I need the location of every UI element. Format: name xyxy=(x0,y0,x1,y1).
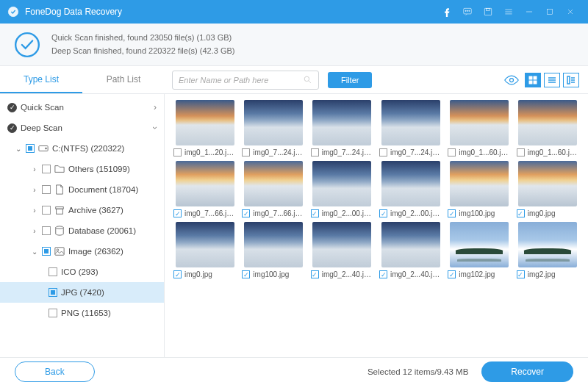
tree-ico[interactable]: ICO (293) xyxy=(0,262,164,282)
back-button[interactable]: Back xyxy=(15,361,95,382)
file-checkbox[interactable] xyxy=(448,270,456,278)
file-card[interactable]: img0.jpg xyxy=(172,222,237,278)
maximize-icon[interactable] xyxy=(539,1,560,22)
file-checkbox[interactable] xyxy=(379,148,387,156)
file-checkbox[interactable] xyxy=(311,270,319,278)
file-thumbnail[interactable] xyxy=(518,161,577,206)
checkbox[interactable] xyxy=(49,267,57,276)
tree-others[interactable]: › Others (151099) xyxy=(0,159,164,179)
file-card[interactable]: img0_1...60.jpg xyxy=(446,100,512,156)
checkbox[interactable] xyxy=(42,165,51,173)
tree-jpg[interactable]: JPG (7420) xyxy=(0,282,164,303)
tree-png[interactable]: PNG (11653) xyxy=(0,303,164,323)
save-icon[interactable] xyxy=(478,1,498,22)
file-thumbnail[interactable] xyxy=(381,161,440,206)
search-box[interactable] xyxy=(172,71,319,90)
search-input[interactable] xyxy=(179,76,303,84)
file-checkbox[interactable] xyxy=(242,148,250,156)
file-thumbnail[interactable] xyxy=(381,222,440,267)
svg-rect-19 xyxy=(534,76,537,79)
file-checkbox[interactable] xyxy=(448,209,456,217)
file-checkbox[interactable] xyxy=(173,270,182,278)
preview-eye-icon[interactable] xyxy=(504,75,519,85)
file-thumbnail[interactable] xyxy=(312,100,371,145)
filter-button[interactable]: Filter xyxy=(328,72,372,88)
file-thumbnail[interactable] xyxy=(381,100,440,145)
file-thumbnail[interactable] xyxy=(312,222,371,267)
status-dot-icon xyxy=(7,103,17,112)
file-checkbox[interactable] xyxy=(379,209,387,217)
file-checkbox[interactable] xyxy=(242,209,250,217)
file-card[interactable]: img102.jpg xyxy=(446,222,512,278)
checkbox[interactable] xyxy=(49,288,57,297)
checkbox[interactable] xyxy=(42,226,51,235)
file-card[interactable]: img0_7...24.jpg xyxy=(378,100,443,156)
menu-icon[interactable] xyxy=(498,1,519,22)
checkbox[interactable] xyxy=(42,247,51,256)
file-checkbox[interactable] xyxy=(173,148,182,156)
file-thumbnail[interactable] xyxy=(244,222,303,267)
file-checkbox[interactable] xyxy=(379,270,387,278)
checkbox[interactable] xyxy=(49,309,57,317)
close-icon[interactable] xyxy=(560,1,581,22)
feedback-icon[interactable] xyxy=(457,1,478,22)
file-thumbnail[interactable] xyxy=(450,100,509,145)
file-card[interactable]: img100.jpg xyxy=(240,222,306,278)
tab-type-list[interactable]: Type List xyxy=(0,67,82,93)
file-thumbnail[interactable] xyxy=(176,161,234,206)
file-checkbox[interactable] xyxy=(173,209,182,217)
file-card[interactable]: img0_2...40.jpg xyxy=(378,222,443,278)
view-list-icon[interactable] xyxy=(544,73,560,87)
toolbar: Type List Path List Filter xyxy=(0,66,588,94)
facebook-icon[interactable] xyxy=(437,1,457,22)
file-card[interactable]: img0_2...00.jpg xyxy=(309,161,375,217)
file-card[interactable]: img0_7...66.jpg xyxy=(172,161,237,217)
file-card[interactable]: img2.jpg xyxy=(515,222,581,278)
file-thumbnail[interactable] xyxy=(312,161,371,206)
tab-path-list[interactable]: Path List xyxy=(82,67,165,93)
file-card[interactable]: img0.jpg xyxy=(515,161,581,217)
tree-document[interactable]: › Document (18704) xyxy=(0,179,164,200)
file-checkbox[interactable] xyxy=(242,270,250,278)
recover-button[interactable]: Recover xyxy=(481,361,573,382)
file-name: img0_1...60.jpg xyxy=(528,148,578,156)
checkbox[interactable] xyxy=(42,185,51,194)
minimize-icon[interactable] xyxy=(519,1,539,22)
tree-deep-scan[interactable]: Deep Scan › xyxy=(0,118,164,138)
file-thumbnail[interactable] xyxy=(176,222,234,267)
file-checkbox[interactable] xyxy=(311,209,319,217)
checkbox[interactable] xyxy=(42,206,51,215)
file-checkbox[interactable] xyxy=(517,270,525,278)
file-checkbox[interactable] xyxy=(517,209,525,217)
file-thumbnail[interactable] xyxy=(176,100,234,145)
tree-archive[interactable]: › Archive (3627) xyxy=(0,200,164,220)
tree-image[interactable]: ⌄ Image (26362) xyxy=(0,241,164,262)
file-checkbox[interactable] xyxy=(448,148,456,156)
file-card[interactable]: img0_7...24.jpg xyxy=(309,100,375,156)
file-card[interactable]: img0_1...60.jpg xyxy=(515,100,581,156)
file-thumbnail[interactable] xyxy=(244,100,303,145)
file-checkbox[interactable] xyxy=(517,148,525,156)
tree-database[interactable]: › Database (20061) xyxy=(0,220,164,241)
file-card[interactable]: img0_2...00.jpg xyxy=(378,161,443,217)
file-card[interactable]: img100.jpg xyxy=(446,161,512,217)
file-thumbnail[interactable] xyxy=(450,161,509,206)
file-checkbox[interactable] xyxy=(311,148,319,156)
file-card[interactable]: img0_7...24.jpg xyxy=(240,100,306,156)
file-thumbnail[interactable] xyxy=(518,222,577,267)
view-detail-icon[interactable] xyxy=(563,73,579,87)
tree-quick-scan[interactable]: Quick Scan › xyxy=(0,97,164,118)
file-thumbnail[interactable] xyxy=(450,222,509,267)
file-card[interactable]: img0_1...20.jpg xyxy=(172,100,237,156)
file-thumbnail[interactable] xyxy=(244,161,303,206)
view-grid-icon[interactable] xyxy=(525,73,541,87)
tree-drive[interactable]: ⌄ C:(NTFS) (220322) xyxy=(0,138,164,159)
list-tabs: Type List Path List xyxy=(0,67,165,93)
svg-point-0 xyxy=(8,7,18,16)
checkbox[interactable] xyxy=(26,144,35,153)
svg-point-30 xyxy=(46,148,47,149)
svg-rect-20 xyxy=(529,81,532,84)
file-card[interactable]: img0_2...40.jpg xyxy=(309,222,375,278)
file-thumbnail[interactable] xyxy=(518,100,577,145)
file-card[interactable]: img0_7...66.jpg xyxy=(240,161,306,217)
